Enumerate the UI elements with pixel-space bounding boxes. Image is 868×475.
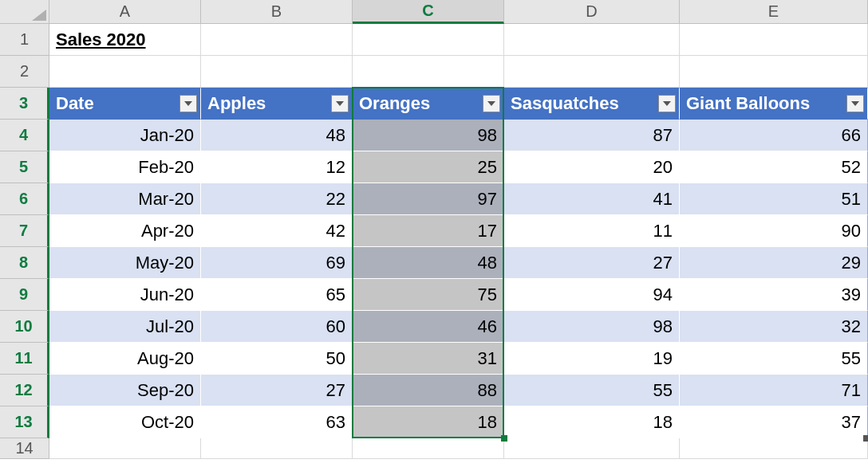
cell-B11[interactable]: 50 <box>201 343 353 375</box>
cell-D6[interactable]: 41 <box>504 183 680 215</box>
cell-E10[interactable]: 32 <box>680 311 868 343</box>
select-all-corner[interactable] <box>0 0 49 24</box>
cell-C2[interactable] <box>353 56 504 88</box>
cell-B1[interactable] <box>201 24 353 56</box>
cell-C5[interactable]: 25 <box>353 151 504 183</box>
table-header-date[interactable]: Date <box>49 88 201 120</box>
filter-button[interactable] <box>331 95 349 112</box>
row-header-11[interactable]: 11 <box>0 343 49 375</box>
cell-A13[interactable]: Oct-20 <box>49 406 201 438</box>
cell-C7[interactable]: 17 <box>353 215 504 247</box>
cell-A4[interactable]: Jan-20 <box>49 120 201 151</box>
cell-E13[interactable]: 37 <box>680 406 868 438</box>
cell-A10[interactable]: Jul-20 <box>49 311 201 343</box>
cell-B14[interactable] <box>201 438 353 459</box>
row-header-3[interactable]: 3 <box>0 88 49 120</box>
cell-C6[interactable]: 97 <box>353 183 504 215</box>
cell-D8[interactable]: 27 <box>504 247 680 279</box>
cell-B2[interactable] <box>201 56 353 88</box>
cell-D9[interactable]: 94 <box>504 279 680 311</box>
cell-C1[interactable] <box>353 24 504 56</box>
cell-B6[interactable]: 22 <box>201 183 353 215</box>
cell-C12[interactable]: 88 <box>353 375 504 406</box>
table-header-apples[interactable]: Apples <box>201 88 353 120</box>
cell-value: 18 <box>478 412 497 433</box>
cell-A9[interactable]: Jun-20 <box>49 279 201 311</box>
table-header-balloons[interactable]: Giant Balloons <box>680 88 868 120</box>
cell-C13[interactable]: 18 <box>353 406 504 438</box>
row-header-12[interactable]: 12 <box>0 375 49 406</box>
cell-value: Oct-20 <box>141 412 194 433</box>
cell-A11[interactable]: Aug-20 <box>49 343 201 375</box>
cell-C9[interactable]: 75 <box>353 279 504 311</box>
cell-D7[interactable]: 11 <box>504 215 680 247</box>
cell-D2[interactable] <box>504 56 680 88</box>
cell-A5[interactable]: Feb-20 <box>49 151 201 183</box>
cell-E2[interactable] <box>680 56 868 88</box>
cell-E11[interactable]: 55 <box>680 343 868 375</box>
cell-A12[interactable]: Sep-20 <box>49 375 201 406</box>
cell-B9[interactable]: 65 <box>201 279 353 311</box>
cell-E14[interactable] <box>680 438 868 459</box>
filter-button[interactable] <box>658 95 676 112</box>
row-header-6[interactable]: 6 <box>0 183 49 215</box>
cell-B12[interactable]: 27 <box>201 375 353 406</box>
cell-E7[interactable]: 90 <box>680 215 868 247</box>
row-header-8[interactable]: 8 <box>0 247 49 279</box>
cell-C8[interactable]: 48 <box>353 247 504 279</box>
row-header-7[interactable]: 7 <box>0 215 49 247</box>
row-header-14[interactable]: 14 <box>0 438 49 459</box>
cell-D14[interactable] <box>504 438 680 459</box>
cell-D5[interactable]: 20 <box>504 151 680 183</box>
filter-button[interactable] <box>483 95 500 112</box>
cell-E9[interactable]: 39 <box>680 279 868 311</box>
cell-E6[interactable]: 51 <box>680 183 868 215</box>
cell-D11[interactable]: 19 <box>504 343 680 375</box>
cell-A6[interactable]: Mar-20 <box>49 183 201 215</box>
cell-A1[interactable]: Sales 2020 <box>49 24 201 56</box>
cell-B8[interactable]: 69 <box>201 247 353 279</box>
cell-E5[interactable]: 52 <box>680 151 868 183</box>
filter-button[interactable] <box>180 95 197 112</box>
cell-B10[interactable]: 60 <box>201 311 353 343</box>
filter-button[interactable] <box>846 95 864 112</box>
table-header-sasquatches[interactable]: Sasquatches <box>504 88 680 120</box>
cell-C14[interactable] <box>353 438 504 459</box>
selection-handle[interactable] <box>501 435 507 442</box>
column-header-B[interactable]: B <box>201 0 353 24</box>
row-header-13[interactable]: 13 <box>0 406 49 438</box>
row-header-1[interactable]: 1 <box>0 24 49 56</box>
cell-A8[interactable]: May-20 <box>49 247 201 279</box>
cell-C10[interactable]: 46 <box>353 311 504 343</box>
row-header-2[interactable]: 2 <box>0 56 49 88</box>
cell-B7[interactable]: 42 <box>201 215 353 247</box>
cell-A7[interactable]: Apr-20 <box>49 215 201 247</box>
cell-E1[interactable] <box>680 24 868 56</box>
column-header-E[interactable]: E <box>680 0 868 24</box>
column-header-C[interactable]: C <box>353 0 504 24</box>
table-resize-handle[interactable] <box>863 435 868 442</box>
cell-A14[interactable] <box>49 438 201 459</box>
row-header-9[interactable]: 9 <box>0 279 49 311</box>
cell-E8[interactable]: 29 <box>680 247 868 279</box>
cell-B4[interactable]: 48 <box>201 120 353 151</box>
cell-B13[interactable]: 63 <box>201 406 353 438</box>
row-header-4[interactable]: 4 <box>0 120 49 151</box>
cell-B5[interactable]: 12 <box>201 151 353 183</box>
cell-D4[interactable]: 87 <box>504 120 680 151</box>
row-header-5[interactable]: 5 <box>0 151 49 183</box>
cell-E12[interactable]: 71 <box>680 375 868 406</box>
cell-C4[interactable]: 98 <box>353 120 504 151</box>
cell-E4[interactable]: 66 <box>680 120 868 151</box>
cell-D10[interactable]: 98 <box>504 311 680 343</box>
column-header-D[interactable]: D <box>504 0 680 24</box>
table-header-oranges[interactable]: Oranges <box>353 88 504 120</box>
cell-C11[interactable]: 31 <box>353 343 504 375</box>
cell-A2[interactable] <box>49 56 201 88</box>
cell-D12[interactable]: 55 <box>504 375 680 406</box>
column-header-A[interactable]: A <box>49 0 201 24</box>
cell-D1[interactable] <box>504 24 680 56</box>
row-header-10[interactable]: 10 <box>0 311 49 343</box>
cell-value: May-20 <box>136 253 194 273</box>
cell-D13[interactable]: 18 <box>504 406 680 438</box>
